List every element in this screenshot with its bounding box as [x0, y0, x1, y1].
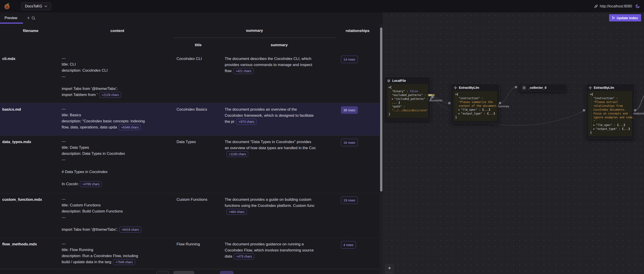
json-line: } [389, 112, 426, 116]
input-port[interactable] [515, 86, 517, 88]
table-row[interactable]: flow_methods.mdx ---title: Flow Runningd… [0, 238, 383, 269]
port-label-relationships: relationships [633, 112, 644, 115]
expand-toggle-icon[interactable]: ▶ [458, 112, 461, 115]
json-token: false [410, 90, 418, 93]
theme-toggle-moon-icon[interactable] [635, 4, 640, 9]
zoom-in-label: + [388, 265, 391, 271]
json-line: "excluded_patterns" : NULL [389, 93, 426, 97]
json-token: "instruction" [455, 97, 480, 100]
flow-node-collector-0[interactable]: _collector_0 [518, 84, 567, 92]
pagination-button-page[interactable] [174, 271, 194, 274]
json-token: Focus on concepts and [590, 112, 628, 115]
content-line: --- [62, 106, 174, 112]
table-row[interactable]: cli.mdx ---title: CLIdescription: CocoIn… [0, 53, 383, 103]
rows-count-badge[interactable]: 38 rows [341, 106, 358, 114]
json-line: CocoIndex documents. [590, 108, 630, 112]
rows-count-badge[interactable]: 14 rows [341, 56, 358, 63]
server-url-text: http://localhost:8080 [600, 4, 632, 8]
input-port[interactable] [583, 109, 585, 112]
json-token: "path" [389, 105, 402, 108]
expand-chars-badge[interactable]: +973 chars [236, 119, 256, 125]
json-token: : [402, 105, 405, 108]
content-cell: ---title: Flow Runningdescription: Run a… [61, 238, 174, 269]
collector-table-icon [522, 85, 526, 90]
pagination-button-next[interactable] [220, 271, 234, 274]
output-port-summary[interactable] [499, 102, 501, 104]
expand-chars-badge[interactable]: +475 chars [234, 253, 254, 259]
json-line: "instruction" : [455, 96, 495, 100]
json-line: content of the document." [455, 104, 495, 108]
content-line: title: Custom Functions [62, 202, 174, 208]
search-icon[interactable] [31, 16, 36, 20]
json-line: ▼{ [389, 86, 426, 89]
json-line: " [590, 119, 630, 123]
json-line: "Please summarize the [455, 100, 495, 104]
expand-chars-badge[interactable]: +4769 chars [80, 181, 102, 187]
json-token: "binary" [389, 90, 405, 93]
pagination-button-prev[interactable] [156, 271, 169, 274]
app-switcher-button[interactable]: DocsToKG [21, 3, 51, 10]
update-index-label: Update Index [617, 16, 638, 20]
table-scrollbar-thumb[interactable] [380, 28, 382, 191]
json-token: : [423, 94, 428, 97]
flow-node-extractbyllm-summary[interactable]: ExtractByLlm ▼{ "instruction" : "Please … [451, 84, 500, 123]
expand-chars-badge[interactable]: +6416 chars [119, 227, 141, 232]
expand-chars-badge[interactable]: +6348 chars [119, 124, 141, 130]
title-cell: CocoIndex CLI [174, 53, 223, 103]
title-cell: CocoIndex Basics [174, 103, 223, 135]
json-token: } [590, 131, 592, 134]
relationships-cell: 38 rows [336, 103, 380, 135]
expand-chars-badge[interactable]: +1100 chars [226, 151, 248, 157]
content-line: --- [62, 74, 174, 80]
content-line: --- [62, 241, 174, 247]
server-url[interactable]: http://localhost:8080 [594, 4, 632, 8]
table-scrollbar-track[interactable] [380, 24, 383, 274]
expand-toggle-icon[interactable]: ▶ [458, 109, 461, 111]
expand-chars-badge[interactable]: +421 chars [233, 68, 254, 74]
content-cell: ---title: CLIdescription: CocoIndex CLI-… [61, 53, 174, 103]
json-token: : [614, 97, 618, 100]
filename-cell: cli.mdx [0, 53, 61, 103]
rows-count-badge[interactable]: 4 rows [341, 241, 356, 248]
json-line: ▶ "output_type" : {...} [455, 112, 495, 116]
content-line: description: Build Custom Functions [62, 208, 174, 214]
chevron-down-icon [44, 6, 47, 7]
expand-toggle-icon[interactable]: ▶ [392, 98, 394, 100]
table-row[interactable]: data_types.mdx ---title: Data Typesdescr… [0, 136, 383, 193]
pagination-divider [0, 269, 380, 269]
add-tab-icon[interactable]: + [27, 16, 30, 21]
node-title: ExtractByLlm [459, 86, 479, 89]
content-line: description: "CocoIndex basic concepts: … [62, 118, 174, 124]
zoom-out-button[interactable] [386, 272, 394, 274]
expand-chars-badge[interactable]: +7548 chars [113, 259, 135, 265]
output-port-relationships[interactable] [634, 109, 636, 112]
flow-node-localfile[interactable]: LocalFile ▼{ "binary" : false "excluded_… [384, 77, 430, 120]
update-index-button[interactable]: Update Index [609, 14, 641, 22]
json-token: "../../docs/docs/core" [389, 109, 428, 112]
input-port[interactable] [448, 102, 450, 104]
expand-toggle-icon[interactable]: ▶ [593, 128, 596, 130]
tab-preview[interactable]: Preview [4, 13, 17, 24]
json-token: "llm_spec" [461, 108, 477, 111]
zoom-in-button[interactable]: + [386, 264, 394, 272]
json-line: "path" : [389, 105, 426, 109]
col-header-summary-group: summary [174, 24, 336, 38]
content-cell: ---title: Basicsdescription: "CocoIndex … [61, 103, 174, 135]
json-line: "binary" : false [389, 89, 426, 93]
output-port-documents[interactable] [431, 96, 434, 99]
table-header: filename content summary relationships t… [0, 24, 383, 53]
table-row-selected[interactable]: basics.md ---title: Basicsdescription: "… [0, 103, 383, 136]
table-row[interactable]: custom_function.mdx ---title: Custom Fun… [0, 193, 383, 238]
col-header-content: content [61, 29, 174, 33]
relationships-cell: 4 rows [336, 238, 380, 269]
rows-count-badge[interactable]: 19 rows [341, 196, 358, 204]
flow-graph-canvas[interactable]: Update Index LocalFile ▼{ "binary" : fal… [383, 13, 644, 274]
expand-chars-badge[interactable]: +2129 chars [99, 92, 121, 98]
expand-chars-badge[interactable]: +484 chars [226, 209, 247, 215]
tab-preview-label: Preview [4, 16, 17, 20]
flow-node-extractbyllm-relationships[interactable]: ExtractByLlm ▼{ "instruction" : "Please … [586, 84, 634, 139]
filename-cell: basics.md [0, 103, 61, 135]
rows-count-badge[interactable]: 16 rows [341, 139, 358, 146]
expand-toggle-icon[interactable]: ▶ [593, 124, 596, 126]
summary-cell: The document provides guidance on runnin… [223, 238, 336, 269]
